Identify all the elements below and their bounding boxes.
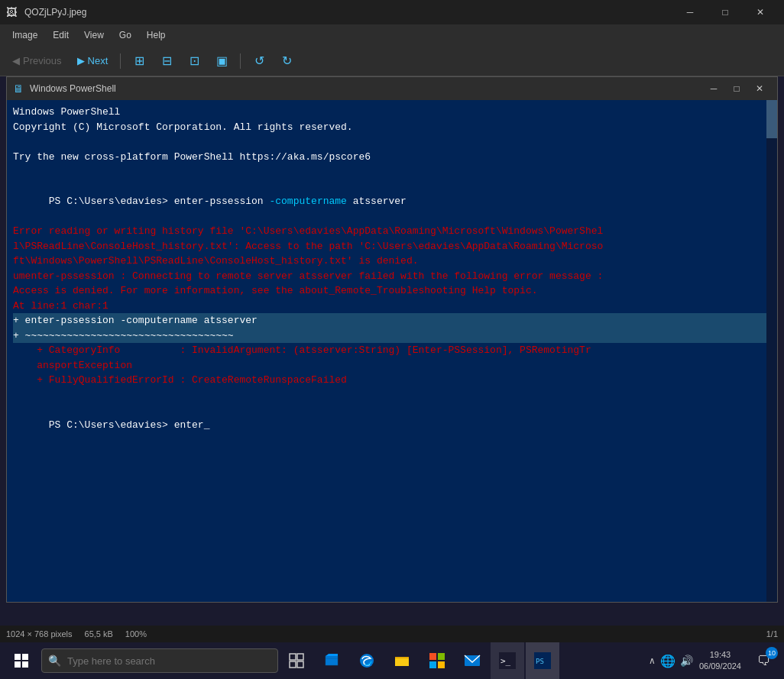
ps-maximize-button[interactable]: □ xyxy=(725,77,748,100)
app-icon: 🖼 xyxy=(6,6,18,18)
start-button[interactable] xyxy=(3,642,40,679)
ps-cmd: enter-pssession xyxy=(174,196,270,207)
taskbar-powershell[interactable]: PS xyxy=(526,642,559,679)
ps-value: atsserver xyxy=(353,196,407,207)
ps-line: Copyright (C) Microsoft Corporation. All… xyxy=(13,120,771,135)
ps-prompt-line: PS C:\Users\edavies> enter-pssession -co… xyxy=(13,179,771,225)
menu-image[interactable]: Image xyxy=(6,27,44,44)
window-controls: ─ □ ✕ xyxy=(672,0,778,24)
scrollbar-track[interactable] xyxy=(766,100,777,602)
network-icon[interactable]: 🌐 xyxy=(660,654,675,668)
search-input[interactable] xyxy=(67,655,271,667)
ps-error-line: umenter-pssession : Connecting to remote… xyxy=(13,269,771,284)
next-button[interactable]: ▶ Next xyxy=(71,52,115,70)
ps-content: Windows PowerShell Copyright (C) Microso… xyxy=(7,100,777,602)
svg-text:PS: PS xyxy=(536,658,544,665)
title-bar-left: 🖼 QOZjLPyJ.jpeg xyxy=(6,6,86,18)
volume-icon[interactable]: 🔊 xyxy=(680,655,693,667)
start-sq-2 xyxy=(22,654,28,660)
toolbar: ◀ Previous ▶ Next ⊞ ⊟ ⊡ ▣ ↺ ↻ xyxy=(0,46,784,76)
ps-highlight-line2: + ~~~~~~~~~~~~~~~~~~~~~~~~~~~~~~~~~~~ xyxy=(13,328,771,344)
ps-error-line: Access is denied. For more information, … xyxy=(13,283,771,299)
taskbar-fileexplorer[interactable] xyxy=(385,642,419,679)
rotate-left-icon[interactable]: ↺ xyxy=(247,49,271,73)
ps-line xyxy=(13,164,771,179)
system-tray: ∧ 🌐 🔊 xyxy=(649,654,693,668)
ps-error-line: At line:1 char:1 xyxy=(13,299,771,314)
svg-rect-3 xyxy=(297,661,303,668)
previous-button[interactable]: ◀ Previous xyxy=(6,52,68,70)
ps-error-detail: + FullyQualifiedErrorId : CreateRemoteRu… xyxy=(13,373,771,388)
window-title: QOZjLPyJ.jpeg xyxy=(24,7,86,18)
search-bar[interactable]: 🔍 xyxy=(41,648,278,673)
page-number: 1/1 xyxy=(766,629,778,639)
actual-size-icon[interactable]: ⊡ xyxy=(182,49,206,73)
ps-current-prompt: PS C:\Users\edavies> enter_ xyxy=(13,403,771,448)
next-label: Next xyxy=(88,55,109,66)
menu-edit[interactable]: Edit xyxy=(47,27,75,44)
file-size: 65,5 kB xyxy=(85,629,113,639)
notification-badge: 10 xyxy=(766,647,778,659)
chevron-left-icon: ◀ xyxy=(12,55,20,66)
start-sq-3 xyxy=(15,661,21,668)
ps-prompt: PS C:\Users\edavies> xyxy=(49,196,174,207)
clock-date: 06/09/2024 xyxy=(699,661,741,672)
ps-line xyxy=(13,134,771,150)
expand-icon[interactable]: ⊞ xyxy=(127,49,151,73)
taskview-button[interactable] xyxy=(280,642,313,679)
title-bar: 🖼 QOZjLPyJ.jpeg ─ □ ✕ xyxy=(0,0,784,24)
svg-rect-2 xyxy=(290,661,296,668)
taskbar-edge[interactable] xyxy=(350,642,384,679)
svg-rect-5 xyxy=(429,653,436,660)
menu-view[interactable]: View xyxy=(78,27,110,44)
svg-text:>_: >_ xyxy=(501,656,511,666)
shrink-icon[interactable]: ⊟ xyxy=(154,49,179,73)
taskbar: 🔍 >_ PS ∧ 🌐 🔊 19:43 06/09/2024 xyxy=(0,642,784,679)
ps-minimize-button[interactable]: ─ xyxy=(702,77,725,100)
separator-2 xyxy=(240,53,241,69)
zoom-level: 100% xyxy=(125,629,147,639)
svg-rect-1 xyxy=(297,654,303,660)
fit-page-icon[interactable]: ▣ xyxy=(209,49,234,73)
status-bar: 1024 × 768 pixels 65,5 kB 100% 1/1 xyxy=(0,626,784,642)
ps-window-title: Windows PowerShell xyxy=(30,83,116,94)
system-clock[interactable]: 19:43 06/09/2024 xyxy=(695,648,746,674)
ps-title-left: 🖥 Windows PowerShell xyxy=(13,82,116,95)
svg-rect-8 xyxy=(438,661,445,668)
ps-title-bar: 🖥 Windows PowerShell ─ □ ✕ xyxy=(7,77,777,100)
search-icon: 🔍 xyxy=(48,655,61,667)
previous-label: Previous xyxy=(23,55,62,66)
windows-icon xyxy=(15,654,28,668)
svg-rect-7 xyxy=(429,661,436,668)
start-sq-4 xyxy=(22,661,28,668)
svg-rect-0 xyxy=(290,654,296,660)
taskbar-explorer[interactable] xyxy=(315,642,348,679)
ps-cursor: _ xyxy=(204,419,210,431)
scrollbar-thumb[interactable] xyxy=(766,100,777,138)
separator-1 xyxy=(120,53,121,69)
taskbar-mail[interactable] xyxy=(455,642,489,679)
ps-controls: ─ □ ✕ xyxy=(702,77,771,100)
taskbar-terminal[interactable]: >_ xyxy=(491,642,524,679)
ps-close-button[interactable]: ✕ xyxy=(748,77,771,100)
rotate-right-icon[interactable]: ↻ xyxy=(274,49,299,73)
chevron-right-icon: ▶ xyxy=(77,55,85,66)
chevron-up-icon[interactable]: ∧ xyxy=(649,655,656,666)
notification-center[interactable]: 🗨 10 xyxy=(747,642,781,679)
ps-line xyxy=(13,388,771,403)
ps-highlight-line: + enter-pssession -computername atsserve… xyxy=(13,313,771,328)
maximize-button[interactable]: □ xyxy=(708,0,743,24)
ps-line: Try the new cross-platform PowerShell ht… xyxy=(13,150,771,165)
minimize-button[interactable]: ─ xyxy=(672,0,708,24)
taskbar-store[interactable] xyxy=(420,642,454,679)
close-button[interactable]: ✕ xyxy=(743,0,778,24)
menu-go[interactable]: Go xyxy=(113,27,138,44)
start-sq-1 xyxy=(15,654,21,660)
ps-prompt2: PS C:\Users\edavies> enter xyxy=(49,419,204,431)
svg-rect-6 xyxy=(438,653,445,660)
ps-app-icon: 🖥 xyxy=(13,82,24,95)
menu-bar: Image Edit View Go Help xyxy=(0,24,784,46)
clock-time: 19:43 xyxy=(699,649,741,661)
menu-help[interactable]: Help xyxy=(141,27,172,44)
ps-param: -computername xyxy=(269,196,352,207)
